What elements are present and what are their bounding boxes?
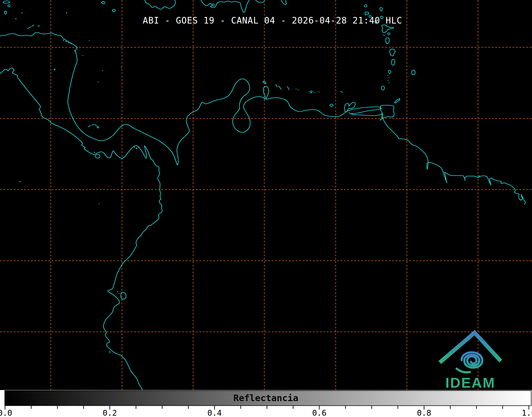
tick-label-4: 0.8 [417, 408, 431, 417]
colorbar: Reflectancia 0.0 0.2 [0, 390, 532, 417]
tick-label-5: 1.0 [522, 408, 532, 417]
tick-label-2: 0.4 [207, 408, 222, 417]
satellite-map-canvas: ABI - GOES 19 - CANAL 04 - 2026-04-28 21… [0, 0, 532, 417]
tick-label-0: 0.0 [0, 408, 12, 417]
map-title: ABI - GOES 19 - CANAL 04 - 2026-04-28 21… [143, 15, 402, 26]
tick-label-3: 0.6 [312, 408, 326, 417]
map-background [0, 0, 532, 390]
colorbar-label: Reflectancia [233, 393, 298, 403]
tick-label-1: 0.2 [103, 408, 117, 417]
ideam-logo-text: IDEAM [445, 375, 495, 391]
